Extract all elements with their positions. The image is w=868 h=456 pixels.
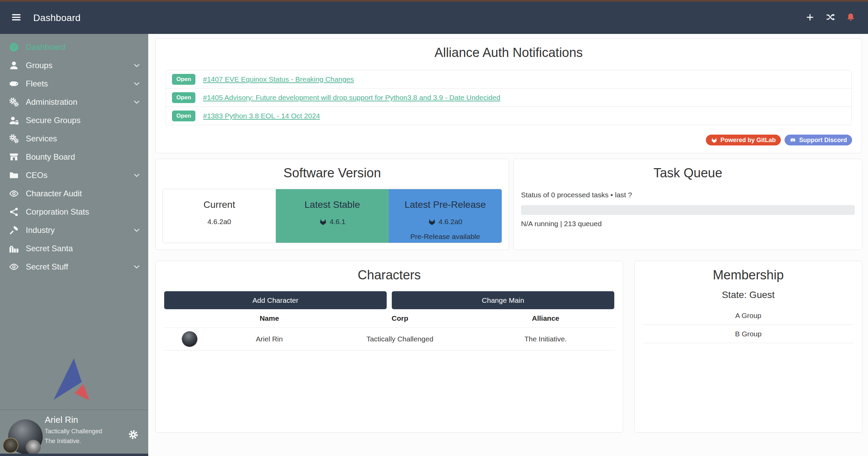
bell-icon [846,13,855,22]
characters-title: Characters [156,267,623,283]
navbar-actions [804,12,856,24]
status-badge: Open [172,111,195,121]
user-lock-icon [8,115,20,125]
membership-state: State: Guest [635,290,862,300]
notifications-button[interactable] [845,12,856,24]
sidebar-item-groups[interactable]: Groups [0,56,148,75]
version-label: Latest Stable [276,199,389,210]
notifications-title: Alliance Auth Notifications [156,45,862,60]
sidebar-item-secret-stuff[interactable]: Secret Stuff [0,258,148,276]
add-character-button[interactable]: Add Character [164,291,387,309]
version-current-cell: Current 4.6.2a0 [163,189,276,243]
discord-icon [790,137,796,143]
sidebar-item-ceos[interactable]: CEOs [0,166,148,184]
status-badge: Open [172,74,195,85]
characters-table: Name Corp Alliance Ariel Rin Tactically … [164,309,615,351]
shuffle-button[interactable] [825,12,836,24]
change-main-button[interactable]: Change Main [392,291,614,309]
character-portrait [182,331,197,347]
notification-row: Open #1405 Advisory: Future development … [166,88,852,107]
notification-row: Open #1383 Python 3.8 EOL - 14 Oct 2024 [166,106,852,125]
sidebar-item-administration[interactable]: Administration [0,93,148,111]
sidebar-item-dashboard[interactable]: Dashboard [0,38,148,56]
user-name: Ariel Rin [45,415,102,425]
gifts-icon [8,243,20,254]
sidebar-bottom-strip [0,454,148,456]
user-info: Ariel Rin Tactically Challenged The Init… [45,415,102,445]
eye-icon [8,262,20,272]
notification-link[interactable]: #1405 Advisory: Future development will … [203,94,500,102]
chevron-down-icon [133,171,141,179]
menu-toggle-button[interactable] [9,11,23,25]
user-alliance: The Initiative. [45,438,102,445]
membership-groups: A Group B Group [643,306,853,343]
software-version-title: Software Version [156,165,509,181]
task-status-text: Status of 0 processed tasks • last ? [521,191,855,199]
sidebar-item-character-audit[interactable]: Character Audit [0,184,148,203]
version-prerelease-cell: Latest Pre-Release 4.6.2a0 Pre-Release a… [389,189,502,243]
powered-by-gitlab-badge[interactable]: Powered by GitLab [706,135,781,145]
support-discord-badge[interactable]: Support Discord [785,135,852,145]
sidebar: Dashboard Groups Fleets Administration S… [0,34,148,456]
sidebar-nav: Dashboard Groups Fleets Administration S… [0,34,148,276]
user-settings-button[interactable] [127,429,139,441]
footer-badges: Powered by GitLab Support Discord [706,135,852,145]
table-row: Ariel Rin Tactically Challenged The Init… [164,328,615,350]
version-grid: Current 4.6.2a0 Latest Stable 4.6.1 Late… [162,189,502,243]
version-value: 4.6.2a0 [207,218,231,226]
software-version-panel: Software Version Current 4.6.2a0 Latest … [155,159,509,250]
group-list-item: A Group [643,306,853,325]
chevron-down-icon [133,61,141,70]
user-icon [8,60,20,71]
sidebar-item-bounty-board[interactable]: Bounty Board [0,148,148,166]
user-avatar-stack [8,419,43,454]
hammer-icon [8,225,20,235]
chevron-down-icon [133,80,141,88]
sidebar-item-secure-groups[interactable]: Secure Groups [0,111,148,130]
alliance-auth-logo [54,358,95,402]
corp-logo-badge [3,438,18,453]
gitlab-icon [428,218,436,226]
notification-link[interactable]: #1383 Python 3.8 EOL - 14 Oct 2024 [203,112,320,120]
notification-link[interactable]: #1407 EVE Equinox Status - Breaking Chan… [203,75,354,83]
folder-icon [8,170,20,180]
gauge-icon [8,42,20,52]
prerelease-note: Pre-Release available [389,233,502,241]
characters-buttons: Add Character Change Main [164,291,614,309]
membership-panel: Membership State: Guest A Group B Group [634,261,862,433]
version-value: 4.6.2a0 [439,218,462,226]
notification-row: Open #1407 EVE Equinox Status - Breaking… [166,70,852,88]
share-icon [8,207,20,217]
sidebar-item-corporation-stats[interactable]: Corporation Stats [0,203,148,221]
version-value: 4.6.1 [330,218,346,226]
sidebar-item-industry[interactable]: Industry [0,221,148,239]
cogs-icon [8,97,20,107]
membership-title: Membership [635,267,862,283]
task-queue-title: Task Queue [514,165,862,181]
sidebar-item-secret-santa[interactable]: Secret Santa [0,239,148,258]
status-badge: Open [172,92,195,103]
user-panel: Ariel Rin Tactically Challenged The Init… [0,410,148,454]
characters-panel: Characters Add Character Change Main Nam… [155,261,623,433]
gitlab-icon [711,137,717,143]
version-label: Current [163,199,276,210]
name-column-header: Name [215,309,324,328]
characters-table-header: Name Corp Alliance [164,309,615,328]
alliance-auth-dashboard: Dashboard Dashboard Groups [0,0,868,456]
hamburger-icon [11,12,21,22]
task-queue-panel: Task Queue Status of 0 processed tasks •… [514,159,862,250]
alliance-logo-badge [26,440,41,455]
sidebar-item-services[interactable]: Services [0,130,148,148]
gitlab-icon [319,218,327,226]
avatar-column-header [164,309,215,328]
character-alliance: The Initiative. [476,328,615,350]
sidebar-item-fleets[interactable]: Fleets [0,75,148,93]
character-corp: Tactically Challenged [324,328,476,350]
cogs-icon [8,134,20,144]
chevron-down-icon [133,98,141,106]
add-button[interactable] [804,12,816,24]
eye-icon [8,189,20,199]
user-corp: Tactically Challenged [45,428,102,435]
character-name: Ariel Rin [215,328,324,350]
main-content: Alliance Auth Notifications Open #1407 E… [148,34,868,456]
